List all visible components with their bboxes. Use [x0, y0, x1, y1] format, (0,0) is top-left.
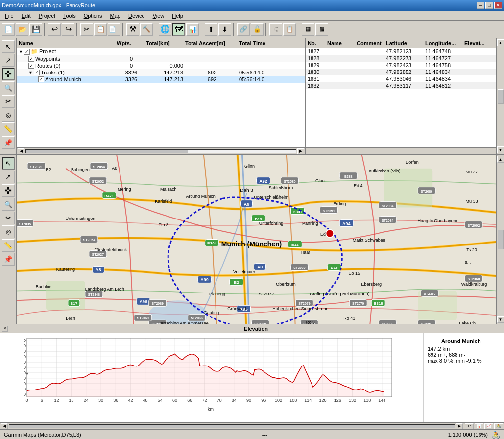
- tree-row-project[interactable]: ▼ ✓ 📁 Project: [17, 48, 305, 55]
- tb-sep6: [233, 23, 235, 36]
- tree-row-tracks[interactable]: ▼ ✓ Tracks (1) 3326 147.213 692 05:56:14…: [17, 69, 305, 76]
- tb-new[interactable]: 📄: [2, 23, 15, 36]
- tree-scroll-right[interactable]: ▶: [297, 148, 304, 154]
- svg-text:Mering: Mering: [118, 187, 131, 192]
- wp-row-1831[interactable]: 183147.98304611.464834: [306, 75, 496, 82]
- elev-close-btn[interactable]: ✕: [2, 326, 8, 332]
- svg-text:ST2360: ST2360: [468, 277, 480, 281]
- map-scroll-down[interactable]: ▼: [497, 316, 504, 323]
- tree-scroll-left[interactable]: ◀: [18, 148, 24, 154]
- svg-text:Dah 3: Dah 3: [240, 187, 253, 193]
- map-container[interactable]: A8 A8 A9 A92 A94 A95: [17, 155, 496, 324]
- checkbox-waypoints[interactable]: ✓: [28, 56, 34, 62]
- map-pin-btn[interactable]: 📌: [2, 253, 15, 266]
- checkbox-tracks[interactable]: ✓: [34, 70, 40, 75]
- svg-text:Haag In Oberbayern: Haag In Oberbayern: [417, 219, 457, 223]
- menu-map[interactable]: Map: [106, 12, 124, 20]
- scroll-up-btn[interactable]: ▲: [497, 39, 504, 46]
- menu-project[interactable]: Project: [35, 12, 59, 20]
- tb-tools1[interactable]: ⚒: [126, 23, 139, 36]
- left-arrow-btn[interactable]: ↖: [2, 40, 15, 53]
- menu-file[interactable]: File: [1, 12, 18, 20]
- left-plus-btn[interactable]: ✜: [2, 68, 15, 80]
- elevation-chart: [0, 333, 423, 422]
- elev-scroll-left[interactable]: ◀: [1, 423, 8, 429]
- map-measure-btn[interactable]: 📏: [2, 239, 15, 252]
- tb-extra2[interactable]: ▩: [315, 23, 328, 36]
- tb-cut[interactable]: ✂: [80, 23, 93, 36]
- tb-extra1[interactable]: ▦: [302, 23, 314, 36]
- tree-row-routes[interactable]: ✓ Routes (0) 0 0.000: [17, 62, 305, 69]
- svg-text:B304: B304: [207, 241, 217, 245]
- map-zoom-btn[interactable]: ✜: [2, 184, 15, 197]
- tb-chart[interactable]: 📊: [186, 23, 199, 36]
- elev-btn3[interactable]: 📈: [484, 423, 493, 429]
- map-svg: A8 A8 A9 A92 A94 A95: [17, 155, 496, 324]
- statusbar-icon: 🚴: [492, 431, 500, 439]
- tb-move-up[interactable]: ⬆: [205, 23, 217, 36]
- right-panel-scrollbar[interactable]: ▲ ▼: [496, 38, 504, 154]
- scroll-down-btn[interactable]: ▼: [497, 146, 504, 153]
- map-select-btn[interactable]: ↖: [2, 157, 15, 170]
- maximize-button[interactable]: □: [485, 2, 493, 9]
- checkbox-around-munich[interactable]: ✓: [38, 76, 44, 82]
- tb-move-down[interactable]: ⬇: [218, 23, 231, 36]
- left-waypoint-btn[interactable]: 📌: [2, 136, 15, 149]
- tb-connect[interactable]: 🔗: [237, 23, 250, 36]
- expand-icon-tracks[interactable]: ▼: [28, 70, 33, 75]
- wp-scrollbar[interactable]: [306, 147, 496, 154]
- wp-row-1830[interactable]: 183047.98285211.464834: [306, 69, 496, 75]
- tree-row-waypoints[interactable]: ✓ Waypoints 0: [17, 55, 305, 62]
- wp-row-1828[interactable]: 182847.98227311.464727: [306, 55, 496, 62]
- elev-btn1[interactable]: ↩: [465, 423, 474, 429]
- tb-paste[interactable]: 📄+: [108, 23, 120, 36]
- left-line-btn[interactable]: 📏: [2, 122, 15, 135]
- wp-row-1829[interactable]: 182947.98242311.464758: [306, 62, 496, 69]
- tree-row-around-munich[interactable]: ✓ Around Munich 3326 147.213 692 05:56:1…: [17, 76, 305, 83]
- tb-save[interactable]: 💾: [29, 23, 42, 36]
- svg-text:A96: A96: [139, 299, 147, 304]
- menu-view[interactable]: View: [149, 12, 168, 20]
- menu-device[interactable]: Device: [124, 12, 149, 20]
- wp-row-1827[interactable]: 182747.98212311.464748: [306, 48, 496, 55]
- minimize-button[interactable]: ─: [477, 2, 484, 9]
- map-right-scrollbar[interactable]: ▲ ▼: [496, 155, 504, 324]
- left-scissors-btn[interactable]: ✂: [2, 95, 15, 108]
- tb-undo[interactable]: ↩: [48, 23, 61, 36]
- svg-text:Panning: Panning: [302, 221, 318, 226]
- tb-print[interactable]: 🖨: [269, 23, 282, 36]
- svg-text:ST2379: ST2379: [30, 165, 43, 169]
- tb-print2[interactable]: 📋: [283, 23, 296, 36]
- close-button[interactable]: ✕: [494, 2, 502, 9]
- elev-btn4[interactable]: 🚴: [494, 423, 503, 429]
- map-search-btn[interactable]: 🔍: [2, 198, 15, 211]
- elev-scroll-right[interactable]: ▶: [456, 423, 463, 429]
- tb-redo[interactable]: ↪: [62, 23, 74, 36]
- tb-open[interactable]: 📂: [16, 23, 28, 36]
- tb-copy[interactable]: 📋: [94, 23, 107, 36]
- map-arrow-btn[interactable]: ↗: [2, 171, 15, 183]
- tb-tools2[interactable]: 🔨: [140, 23, 153, 36]
- tb-sep2: [76, 23, 78, 36]
- left-cursor-btn[interactable]: ↗: [2, 54, 15, 67]
- elev-btn2[interactable]: 📊: [475, 423, 483, 429]
- map-cut-btn[interactable]: ✂: [2, 212, 15, 224]
- checkbox-project[interactable]: ✓: [24, 49, 30, 55]
- map-rings-btn[interactable]: ◎: [2, 225, 15, 238]
- left-search-btn[interactable]: 🔍: [2, 81, 15, 94]
- svg-text:A8: A8: [257, 265, 263, 269]
- tree-scrollbar[interactable]: ◀ ▶: [17, 147, 305, 154]
- menu-edit[interactable]: Edit: [18, 12, 35, 20]
- map-scroll-up[interactable]: ▲: [497, 156, 504, 163]
- left-rings-btn[interactable]: ◎: [2, 109, 15, 122]
- tb-map[interactable]: 🗺: [172, 23, 185, 36]
- expand-icon-project[interactable]: ▼: [19, 49, 23, 54]
- menu-options[interactable]: Options: [80, 12, 106, 20]
- elevation-scrollbar[interactable]: ◀ ▶ ↩ 📊 📈 🚴: [0, 422, 504, 429]
- tb-lock[interactable]: 🔓: [251, 23, 264, 36]
- menu-help[interactable]: Help: [168, 12, 187, 20]
- menu-tools[interactable]: Tools: [59, 12, 80, 20]
- tb-globe[interactable]: 🌐: [159, 23, 171, 36]
- checkbox-routes[interactable]: ✓: [28, 63, 34, 69]
- wp-row-1832[interactable]: 183247.98311711.464812: [306, 82, 496, 89]
